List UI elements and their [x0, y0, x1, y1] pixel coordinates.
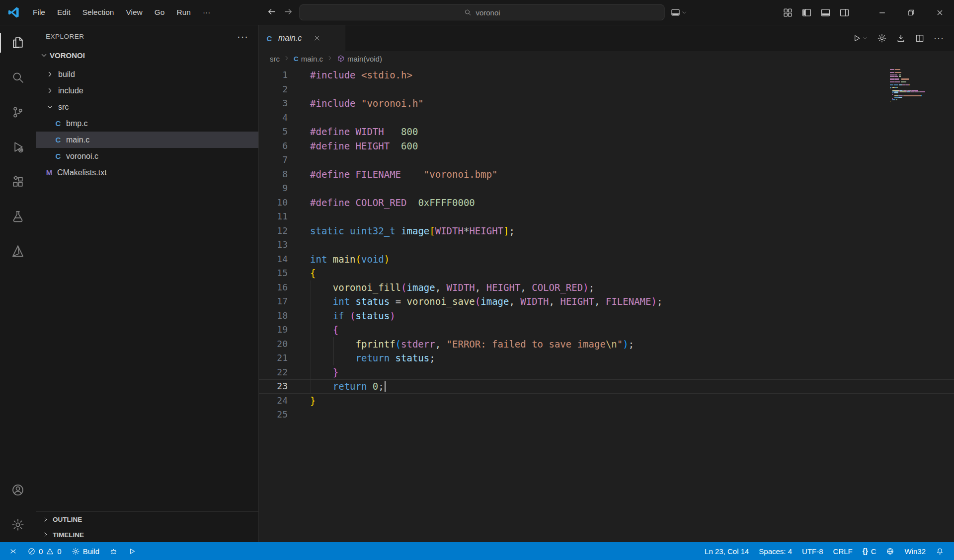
line-number-7[interactable]: 7	[259, 153, 288, 167]
status-cmake-debug[interactable]	[104, 542, 123, 560]
code-line-16[interactable]: 16 voronoi_fill(image, WIDTH, HEIGHT, CO…	[259, 280, 954, 295]
line-number-8[interactable]: 8	[259, 167, 288, 182]
tab-close-button[interactable]	[313, 34, 321, 42]
tree-item-src[interactable]: src	[36, 99, 258, 115]
code-line-25[interactable]: 25	[259, 408, 954, 422]
code-line-9[interactable]: 9	[259, 181, 954, 196]
code-line-5[interactable]: 5#define WIDTH 800	[259, 125, 954, 139]
line-number-5[interactable]: 5	[259, 125, 288, 139]
code-line-20[interactable]: 20 fprintf(stderr, "ERROR: failed to sav…	[259, 337, 954, 351]
code-line-13[interactable]: 13	[259, 238, 954, 252]
status-language-mode[interactable]: {}C	[858, 542, 881, 560]
status-cursor-position[interactable]: Ln 23, Col 14	[700, 542, 754, 560]
tree-item-main-c[interactable]: Cmain.c	[36, 132, 258, 148]
line-number-1[interactable]: 1	[259, 68, 288, 82]
code-line-4[interactable]: 4	[259, 111, 954, 125]
go-back-button[interactable]	[267, 6, 277, 19]
status-platform[interactable]: Win32	[899, 542, 931, 560]
line-number-19[interactable]: 19	[259, 323, 288, 337]
line-number-16[interactable]: 16	[259, 280, 288, 295]
menu-go[interactable]: Go	[149, 0, 171, 25]
line-number-11[interactable]: 11	[259, 210, 288, 224]
more-actions-button[interactable]: ···	[932, 34, 946, 43]
activity-settings[interactable]	[0, 507, 36, 542]
status-remote[interactable]	[4, 542, 22, 560]
code-line-11[interactable]: 11	[259, 210, 954, 224]
settings-button[interactable]	[875, 31, 889, 45]
activity-extensions[interactable]	[0, 164, 36, 199]
tab-main-c[interactable]: C main.c	[259, 25, 345, 51]
code-line-14[interactable]: 14int main(void)	[259, 252, 954, 267]
activity-accounts[interactable]	[0, 473, 36, 507]
line-number-6[interactable]: 6	[259, 139, 288, 153]
status-notifications[interactable]	[931, 542, 949, 560]
menu-run[interactable]: Run	[170, 0, 196, 25]
code-line-2[interactable]: 2	[259, 82, 954, 97]
code-line-19[interactable]: 19 {	[259, 323, 954, 337]
section-timeline[interactable]: TIMELINE	[36, 527, 258, 542]
status-problems[interactable]: 00	[22, 542, 67, 560]
toggle-sidebar-right-button[interactable]	[835, 3, 853, 21]
code-line-23[interactable]: 23 return 0;	[259, 379, 954, 394]
menu-selection[interactable]: Selection	[77, 0, 120, 25]
line-number-14[interactable]: 14	[259, 252, 288, 267]
activity-cmake[interactable]	[0, 234, 36, 269]
code-line-12[interactable]: 12static uint32_t image[WIDTH*HEIGHT];	[259, 224, 954, 238]
tree-item-bmp-c[interactable]: Cbmp.c	[36, 115, 258, 132]
go-forward-button[interactable]	[283, 6, 294, 19]
status-cmake-run[interactable]	[123, 542, 141, 560]
section-outline[interactable]: OUTLINE	[36, 511, 258, 527]
line-number-21[interactable]: 21	[259, 351, 288, 365]
code-line-18[interactable]: 18 if (status)	[259, 309, 954, 323]
line-number-25[interactable]: 25	[259, 408, 288, 422]
restore-button[interactable]	[896, 0, 925, 25]
tree-item-cmakelists-txt[interactable]: MCMakelists.txt	[36, 164, 258, 181]
activity-source-control[interactable]	[0, 95, 36, 130]
code-line-1[interactable]: 1#include <stdio.h>	[259, 68, 954, 82]
code-line-8[interactable]: 8#define FILENAME "voronoi.bmp"	[259, 167, 954, 182]
minimize-button[interactable]	[868, 0, 896, 25]
code-line-10[interactable]: 10#define COLOR_RED 0xFFFF0000	[259, 196, 954, 210]
explorer-section-voronoi[interactable]: VORONOI	[36, 47, 258, 63]
toggle-panel-button[interactable]	[816, 3, 834, 21]
line-number-10[interactable]: 10	[259, 196, 288, 210]
line-number-20[interactable]: 20	[259, 337, 288, 351]
status-encoding[interactable]: UTF-8	[797, 542, 828, 560]
open-changes-button[interactable]	[894, 31, 908, 45]
split-editor-button[interactable]	[913, 31, 927, 45]
code-line-6[interactable]: 6#define HEIGHT 600	[259, 139, 954, 153]
status-cmake-build[interactable]: Build	[67, 542, 104, 560]
breadcrumb-main-void[interactable]: main(void)	[337, 55, 382, 63]
status-indentation[interactable]: Spaces: 4	[754, 542, 797, 560]
line-number-12[interactable]: 12	[259, 224, 288, 238]
menu-file[interactable]: File	[27, 0, 51, 25]
code-line-21[interactable]: 21 return status;	[259, 351, 954, 365]
editor[interactable]: 1#include <stdio.h>23#include "voronoi.h…	[259, 66, 954, 542]
minimap[interactable]	[890, 69, 947, 104]
line-number-24[interactable]: 24	[259, 394, 288, 408]
breadcrumb-main-c[interactable]: Cmain.c	[294, 55, 323, 63]
explorer-more-button[interactable]: ···	[237, 34, 248, 39]
tree-item-include[interactable]: include	[36, 82, 258, 99]
code-line-22[interactable]: 22 }	[259, 365, 954, 380]
line-number-23[interactable]: 23	[259, 379, 288, 394]
toggle-sidebar-left-button[interactable]	[797, 3, 815, 21]
activity-explorer[interactable]	[0, 25, 36, 60]
code-line-24[interactable]: 24}	[259, 394, 954, 408]
code-line-17[interactable]: 17 int status = voronoi_save(image, WIDT…	[259, 294, 954, 309]
line-number-3[interactable]: 3	[259, 96, 288, 111]
tree-item-voronoi-c[interactable]: Cvoronoi.c	[36, 148, 258, 164]
line-number-15[interactable]: 15	[259, 266, 288, 280]
line-number-2[interactable]: 2	[259, 82, 288, 97]
menu-more[interactable]: ···	[197, 0, 217, 25]
code-line-3[interactable]: 3#include "voronoi.h"	[259, 96, 954, 111]
menu-edit[interactable]: Edit	[51, 0, 77, 25]
breadcrumb-src[interactable]: src	[270, 55, 280, 63]
line-number-18[interactable]: 18	[259, 309, 288, 323]
line-number-13[interactable]: 13	[259, 238, 288, 252]
run-c-file-button[interactable]	[850, 31, 870, 45]
activity-search[interactable]	[0, 60, 36, 95]
code-line-7[interactable]: 7	[259, 153, 954, 167]
code-line-15[interactable]: 15{	[259, 266, 954, 280]
line-number-22[interactable]: 22	[259, 365, 288, 380]
